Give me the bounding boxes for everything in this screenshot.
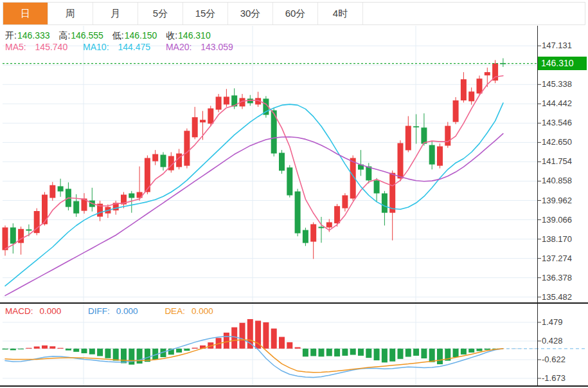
macd-bar-negative xyxy=(310,349,316,356)
y-axis-tick-label: 135.482 xyxy=(542,292,572,302)
low-value: 146.150 xyxy=(125,30,157,41)
macd-legend: MACD:0.000 DIFF:0.000 DEA:0.000 xyxy=(5,306,226,316)
macd-bar-negative xyxy=(389,349,395,362)
y-axis-tick-label: 142.650 xyxy=(542,137,572,147)
close-label: 收: xyxy=(166,30,177,41)
candle-down xyxy=(161,155,166,167)
ohlc-legend: 开:146.333 高:146.555 低:146.150 收:146.310 xyxy=(5,30,217,42)
macd-bar-negative xyxy=(66,349,71,351)
candle-down xyxy=(129,194,134,198)
macd-bar-negative xyxy=(3,349,8,349)
candle-up xyxy=(184,131,190,165)
macd-bar-positive xyxy=(231,328,237,349)
ma-legend: MA5: 145.740 MA10: 144.475 MA20: 143.059 xyxy=(5,42,246,52)
macd-bar-negative xyxy=(334,349,340,356)
candle-down xyxy=(303,230,308,243)
macd-bar-positive xyxy=(34,346,40,348)
macd-bar-negative xyxy=(374,349,380,360)
candle-down xyxy=(366,167,371,181)
macd-bar-negative xyxy=(303,349,308,356)
macd-bar-positive xyxy=(263,322,269,349)
candle-up xyxy=(49,185,55,198)
dea-value-legend: DEA:0.000 xyxy=(165,306,219,316)
candle-down xyxy=(421,127,427,143)
y-axis-tick-label: 137.274 xyxy=(542,254,572,263)
chart-bottom-border xyxy=(0,385,588,387)
y-axis-tick-label: 143.546 xyxy=(542,118,572,127)
candle-down xyxy=(413,126,419,127)
y-axis-tick-label: 141.754 xyxy=(542,156,572,166)
candle-up xyxy=(485,72,490,75)
candle-up xyxy=(334,206,340,223)
candle-up xyxy=(461,79,467,100)
macd-bar-positive xyxy=(58,348,64,349)
macd-bar-negative xyxy=(89,349,95,355)
candle-up xyxy=(405,126,411,151)
low-label: 低: xyxy=(112,30,124,41)
candle-up xyxy=(477,79,483,93)
macd-bar-negative xyxy=(105,349,111,358)
open-label: 开: xyxy=(5,30,17,41)
macd-bar-positive xyxy=(255,320,261,348)
macd-bar-negative xyxy=(366,349,371,358)
y-axis-tick-label: 144.442 xyxy=(542,98,572,108)
y-axis-tick-label: 0.428 xyxy=(542,336,563,346)
high-value: 146.555 xyxy=(71,30,103,41)
candle-down xyxy=(73,201,79,214)
macd-bar-negative xyxy=(113,349,119,361)
macd-bar-negative xyxy=(421,349,427,358)
macd-bar-negative xyxy=(437,349,443,364)
panel-divider-line xyxy=(0,302,588,304)
macd-bar-negative xyxy=(18,349,24,349)
macd-bar-negative xyxy=(121,349,127,364)
candlestick-macd-chart[interactable] xyxy=(0,0,588,388)
y-axis-tick-label: 1.479 xyxy=(542,317,563,327)
candle-up xyxy=(208,108,213,124)
candle-up xyxy=(492,63,498,80)
candle-up xyxy=(192,117,198,137)
y-axis-tick-label: 140.858 xyxy=(542,176,572,185)
candle-down xyxy=(279,152,285,171)
macd-bar-positive xyxy=(240,323,245,349)
macd-bar-negative xyxy=(97,349,103,356)
candle-up xyxy=(445,126,450,146)
candle-up xyxy=(437,146,443,165)
diff-value-legend: DIFF:0.000 xyxy=(88,306,145,316)
trading-chart-app: 日 周 月 5分 15分 30分 60分 4时 开:146.333 高:146.… xyxy=(0,0,588,388)
macd-bar-positive xyxy=(224,333,229,349)
candle-down xyxy=(26,229,31,230)
macd-bar-positive xyxy=(295,347,301,349)
macd-value-legend: MACD:0.000 xyxy=(5,306,67,316)
y-axis-tick-label: -1.673 xyxy=(542,373,566,383)
candle-up xyxy=(453,100,459,122)
ma10-legend: MA10: 144.475 xyxy=(83,42,157,52)
macd-bar-positive xyxy=(26,348,31,349)
candle-up xyxy=(326,222,332,227)
candle-up xyxy=(310,224,316,241)
macd-bar-positive xyxy=(42,346,48,349)
macd-bar-negative xyxy=(468,349,474,353)
macd-bar-positive xyxy=(49,346,55,349)
high-label: 高: xyxy=(58,30,70,41)
macd-bar-negative xyxy=(429,349,435,362)
candle-up xyxy=(468,91,474,101)
open-value: 146.333 xyxy=(17,30,50,41)
candle-up xyxy=(216,97,222,109)
macd-bar-negative xyxy=(461,349,467,355)
candle-up xyxy=(152,154,158,162)
macd-bar-negative xyxy=(485,349,490,350)
candle-down xyxy=(295,191,301,233)
macd-bar-negative xyxy=(358,349,364,356)
current-price-tag: 146.310 xyxy=(538,57,587,70)
y-axis-tick-label: 145.338 xyxy=(542,79,572,89)
macd-bar-negative xyxy=(477,349,483,351)
macd-bar-negative xyxy=(405,349,411,357)
ma20-line xyxy=(5,134,503,296)
macd-bar-negative xyxy=(342,349,348,356)
candle-down xyxy=(58,186,64,191)
candle-up xyxy=(3,227,8,250)
candle-up xyxy=(398,143,404,178)
close-value: 146.310 xyxy=(178,30,211,41)
macd-bar-negative xyxy=(453,349,459,357)
macd-bar-negative xyxy=(184,349,190,351)
